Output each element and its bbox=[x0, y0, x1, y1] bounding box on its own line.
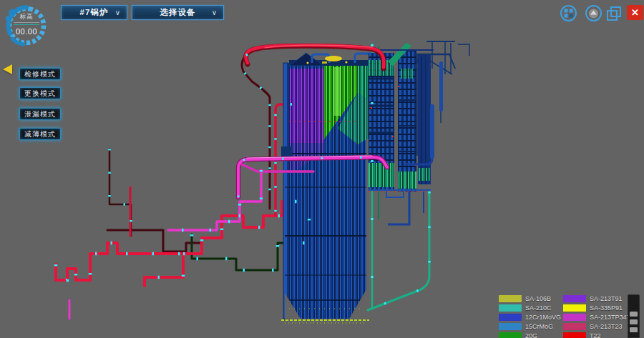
legend-swatch bbox=[499, 323, 522, 330]
scrollbar-mark bbox=[630, 327, 638, 332]
legend-swatch bbox=[563, 332, 586, 338]
mode-button-leak[interactable]: 泄漏模式 bbox=[19, 108, 61, 120]
view-mode-button[interactable] bbox=[585, 4, 602, 22]
legend-row: SA-335P91 bbox=[563, 304, 635, 312]
legend-swatch bbox=[563, 314, 586, 321]
layout-grid-button[interactable] bbox=[560, 4, 577, 22]
scrollbar-mark bbox=[630, 312, 638, 317]
legend-label: SA-335P91 bbox=[590, 304, 623, 312]
legend-row: SA-213T23 bbox=[563, 323, 635, 330]
legend-row: SA-210C bbox=[499, 304, 561, 312]
device-select-value: 选择设备 bbox=[160, 7, 196, 18]
lamp-icon bbox=[585, 4, 602, 22]
legend-label: 15CrMoG bbox=[525, 323, 553, 330]
boiler-3d-viewport[interactable] bbox=[0, 0, 644, 338]
legend-row: T22 bbox=[563, 332, 635, 338]
mode-button-label: 泄漏模式 bbox=[24, 109, 56, 119]
elevation-gauge[interactable]: 标高 00.00 bbox=[2, 1, 51, 51]
legend-swatch bbox=[499, 304, 522, 312]
material-legend-right: SA-213T91 SA-335P91 SA-213TP347H SA-213T… bbox=[563, 295, 635, 338]
close-button[interactable]: ✕ bbox=[627, 5, 643, 20]
legend-swatch bbox=[563, 295, 586, 302]
legend-row: 20G bbox=[499, 332, 561, 338]
scrollbar-mark bbox=[630, 319, 638, 324]
copy-icon bbox=[605, 5, 623, 23]
legend-label: 12Cr1MoVG bbox=[525, 314, 561, 321]
left-pipe-cluster bbox=[56, 149, 309, 319]
gauge-ring-icon bbox=[2, 1, 51, 51]
legend-swatch bbox=[563, 323, 586, 330]
chevron-down-icon: ∨ bbox=[212, 9, 218, 16]
legend-swatch bbox=[499, 314, 522, 321]
mode-button-label: 检修模式 bbox=[24, 69, 56, 79]
legend-label: SA-106B bbox=[525, 295, 551, 302]
elevation-label: 标高 bbox=[2, 13, 51, 21]
legend-label: SA-213T23 bbox=[590, 323, 623, 330]
material-legend-left: SA-106B SA-210C 12Cr1MoVG 15CrMoG 20G bbox=[499, 295, 561, 338]
legend-swatch bbox=[499, 295, 522, 302]
legend-label: T22 bbox=[590, 332, 601, 338]
device-select-dropdown[interactable]: 选择设备 ∨ bbox=[132, 5, 224, 20]
mode-button-overhaul[interactable]: 检修模式 bbox=[19, 68, 61, 80]
furnace-tower bbox=[281, 53, 379, 323]
legend-label: SA-213T91 bbox=[590, 295, 623, 302]
boiler-monitor-app: { "gauge": { "label": "标高", "value": "00… bbox=[0, 0, 644, 338]
legend-row: SA-106B bbox=[499, 295, 561, 302]
mode-button-replace[interactable]: 更换模式 bbox=[19, 87, 61, 99]
boiler-select-dropdown[interactable]: #7锅炉 ∨ bbox=[61, 5, 127, 20]
legend-label: 20G bbox=[525, 332, 537, 338]
boiler-select-value: #7锅炉 bbox=[80, 7, 109, 18]
windows-button[interactable] bbox=[605, 5, 623, 23]
collapse-panel-arrow-icon[interactable] bbox=[3, 64, 12, 74]
elevation-value: 00.00 bbox=[2, 27, 51, 36]
legend-row: SA-213T91 bbox=[563, 295, 635, 302]
grid-icon bbox=[560, 4, 577, 22]
legend-row: 15CrMoG bbox=[499, 323, 561, 330]
mode-button-label: 更换模式 bbox=[24, 89, 56, 99]
convection-pass bbox=[367, 43, 434, 224]
gauge-divider bbox=[14, 22, 39, 23]
mode-button-thinning[interactable]: 减薄模式 bbox=[19, 128, 61, 140]
mode-button-label: 减薄模式 bbox=[24, 129, 56, 139]
legend-scrollbar[interactable] bbox=[628, 294, 640, 338]
chevron-down-icon: ∨ bbox=[115, 9, 121, 16]
legend-label: SA-210C bbox=[525, 304, 552, 312]
close-icon: ✕ bbox=[631, 7, 639, 18]
legend-row: 12Cr1MoVG bbox=[499, 314, 561, 321]
legend-swatch bbox=[499, 332, 522, 338]
legend-row: SA-213TP347H bbox=[563, 314, 635, 321]
gauge-divider-accent bbox=[14, 24, 39, 25]
legend-swatch bbox=[563, 304, 586, 312]
